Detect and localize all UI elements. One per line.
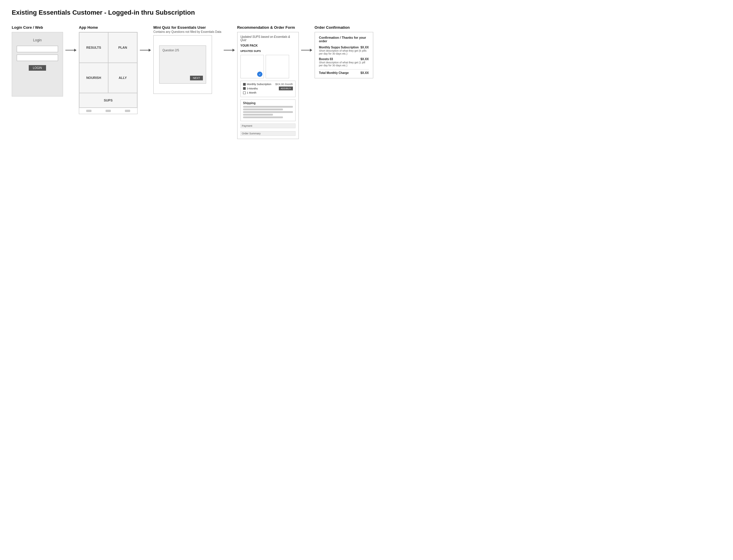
conf-total-label: Total Monthly Charge — [319, 71, 349, 75]
sub-row-1month-left: 1 Month — [243, 91, 257, 94]
arrow-line-2 — [140, 50, 149, 50]
step-login-label: Login Core / Web — [12, 25, 43, 30]
shipping-section: Shipping — [241, 99, 296, 121]
sub-row-3months: 3-Months ADD/BUY — [243, 87, 293, 90]
payment-label: Payment — [242, 124, 253, 127]
app-home-wireframe: RESULTS PLAN NOURISH ALLY SUPS — [79, 32, 138, 114]
sub-row-monthly: Monthly Subscription $XX.00 /month — [243, 83, 293, 86]
rec-product-box-1: ✓ — [241, 55, 264, 78]
arrow-head-2 — [149, 49, 151, 52]
sub-price-monthly: $XX.00 /month — [275, 83, 293, 86]
shipping-bar-3 — [243, 111, 293, 113]
shipping-bar-1 — [243, 106, 293, 108]
quiz-question-label: Question 2/5 — [163, 49, 203, 52]
page-title: Existing Essentials Customer - Logged-in… — [12, 9, 721, 16]
shipping-label: Shipping — [243, 101, 293, 105]
rec-product-box-2 — [266, 55, 289, 78]
sub-checkbox-1month[interactable] — [243, 92, 246, 94]
arrow-line-4 — [301, 50, 310, 50]
login-wireframe: Login LOGIN — [12, 32, 63, 97]
quiz-inner: Question 2/5 NEXT — [159, 45, 206, 84]
flow-container: Login Core / Web Login LOGIN App Home RE… — [12, 25, 721, 139]
footer-dot-1 — [86, 110, 92, 112]
app-home-cell-sups[interactable]: SUPS — [79, 93, 137, 108]
subscription-section: Monthly Subscription $XX.00 /month 3-Mon… — [241, 81, 296, 97]
conf-total-price: $X.XX — [361, 71, 368, 75]
sub-row-3months-left: 3-Months — [243, 87, 258, 90]
conf-item-1-row: Monthly Supps Subscription $X.XX — [319, 46, 369, 49]
payment-section: Payment — [241, 123, 296, 128]
step-order-confirmation: Order Confirmation Confirmation / Thanks… — [315, 25, 373, 78]
shipping-bar-2 — [243, 109, 283, 110]
login-button[interactable]: LOGIN — [29, 65, 46, 71]
order-summary-label: Order Summary — [242, 132, 261, 135]
conf-divider — [319, 69, 369, 70]
shipping-bar-4 — [243, 114, 273, 116]
step-recommendation: Recommendation & Order Form Updated SUPS… — [237, 25, 299, 139]
rec-products-row: ✓ — [241, 55, 296, 78]
arrow-1 — [63, 25, 79, 52]
login-input-2[interactable] — [17, 55, 58, 61]
arrow-head-4 — [310, 49, 312, 52]
rec-pack-label: YOUR PACK — [241, 44, 296, 47]
step-mini-quiz-sublabel: Contains any Questions not filled by Ess… — [153, 30, 221, 33]
step-app-home: App Home RESULTS PLAN NOURISH ALLY SUPS — [79, 25, 138, 114]
app-home-cell-nourish[interactable]: NOURISH — [79, 63, 108, 93]
app-home-footer — [79, 108, 137, 114]
rec-pack-sublabel: UPDATED SUPS — [241, 50, 296, 53]
app-home-cell-results[interactable]: RESULTS — [79, 32, 108, 63]
conf-item-2-desc: Short description of what they get (1 pi… — [319, 61, 369, 67]
sub-checkbox-3months[interactable] — [243, 87, 246, 90]
arrow-head-1 — [74, 49, 77, 52]
step-mini-quiz: Mini Quiz for Essentials User Contains a… — [153, 25, 221, 94]
quiz-next-button[interactable]: NEXT — [190, 76, 203, 80]
conf-item-1: Monthly Supps Subscription $X.XX Short d… — [319, 46, 369, 55]
sub-label-monthly: Monthly Subscription — [247, 83, 272, 86]
conf-item-1-price: $X.XX — [361, 46, 368, 49]
arrow-head-3 — [233, 49, 235, 52]
step-app-home-label: App Home — [79, 25, 98, 30]
sub-row-1month: 1 Month — [243, 91, 293, 94]
conf-title: Confirmation / Thanks for your order — [319, 36, 369, 43]
arrow-2 — [138, 25, 153, 52]
checkmark-icon: ✓ — [257, 72, 263, 77]
footer-dot-3 — [125, 110, 130, 112]
app-home-cell-ally[interactable]: ALLY — [108, 63, 137, 93]
rec-wireframe: Updated SUPS based on Essentials & Quiz … — [237, 32, 299, 139]
conf-item-1-desc: Short description of what they get (6 pi… — [319, 49, 369, 55]
conf-item-2-name: Boosts 03 — [319, 57, 333, 61]
arrow-line-3 — [224, 50, 233, 50]
arrow-4 — [299, 25, 315, 52]
shipping-bar-5 — [243, 116, 283, 118]
conf-total-row: Total Monthly Charge $X.XX — [319, 71, 369, 75]
arrow-line-1 — [65, 50, 74, 50]
conf-item-2-price: $X.XX — [361, 57, 368, 61]
step-login: Login Core / Web Login LOGIN — [12, 25, 63, 97]
arrow-3 — [221, 25, 237, 52]
sub-label-1month: 1 Month — [247, 91, 257, 94]
conf-item-1-name: Monthly Supps Subscription — [319, 46, 359, 49]
footer-dot-2 — [106, 110, 111, 112]
quiz-wireframe: Question 2/5 NEXT — [153, 35, 212, 94]
add-buy-button[interactable]: ADD/BUY — [279, 87, 293, 90]
conf-item-2: Boosts 03 $X.XX Short description of wha… — [319, 57, 369, 67]
rec-title: Updated SUPS based on Essentials & Quiz — [241, 35, 296, 42]
sub-checkbox-monthly[interactable] — [243, 83, 246, 86]
order-summary-section: Order Summary — [241, 131, 296, 136]
app-home-grid: RESULTS PLAN NOURISH ALLY — [79, 32, 137, 93]
step-mini-quiz-label: Mini Quiz for Essentials User — [153, 25, 206, 30]
conf-item-2-row: Boosts 03 $X.XX — [319, 57, 369, 61]
sub-label-3months: 3-Months — [247, 87, 258, 90]
login-input-1[interactable] — [17, 46, 58, 52]
step-recommendation-label: Recommendation & Order Form — [237, 25, 295, 30]
app-home-cell-plan[interactable]: PLAN — [108, 32, 137, 63]
confirmation-wireframe: Confirmation / Thanks for your order Mon… — [315, 32, 373, 78]
step-order-confirmation-label: Order Confirmation — [315, 25, 350, 30]
sub-row-monthly-left: Monthly Subscription — [243, 83, 272, 86]
login-title: Login — [33, 38, 42, 42]
